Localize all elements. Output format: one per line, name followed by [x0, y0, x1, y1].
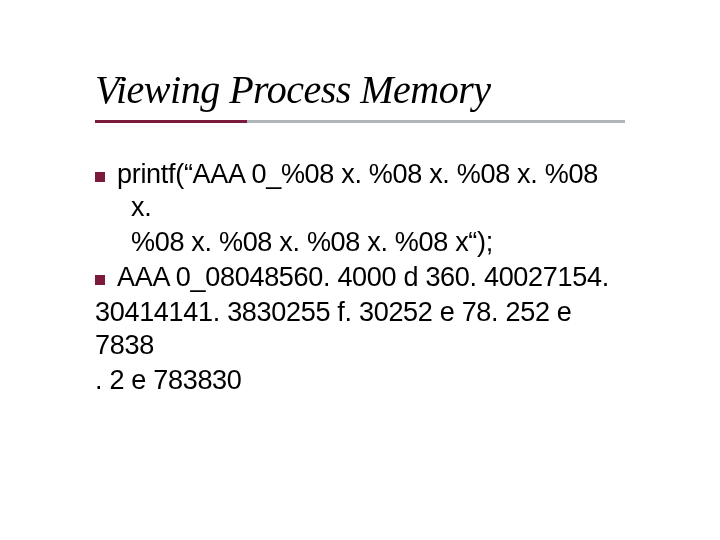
bullet-2-line-1: AAA 0_08048560. 4000 d 360. 40027154. — [95, 261, 625, 294]
bullet-1-text-1: printf(“AAA 0_%08 x. %08 x. %08 x. %08 x… — [117, 159, 598, 222]
slide: Viewing Process Memory printf(“AAA 0_%08… — [0, 0, 720, 540]
underline-accent — [95, 120, 247, 123]
bullet-2-line-2: 30414141. 3830255 f. 30252 e 78. 252 e 7… — [95, 296, 625, 362]
bullet-2-line-3: . 2 e 783830 — [95, 364, 625, 397]
slide-body: printf(“AAA 0_%08 x. %08 x. %08 x. %08 x… — [95, 158, 625, 399]
bullet-1-line-2: %08 x. %08 x. %08 x. %08 x“); — [95, 226, 625, 259]
title-underline — [95, 120, 625, 128]
slide-title: Viewing Process Memory — [95, 68, 491, 112]
bullet-icon — [95, 172, 105, 182]
bullet-2-text-1: AAA 0_08048560. 4000 d 360. 40027154. — [117, 262, 609, 292]
bullet-icon — [95, 275, 105, 285]
bullet-1-line-1: printf(“AAA 0_%08 x. %08 x. %08 x. %08 x… — [95, 158, 625, 224]
